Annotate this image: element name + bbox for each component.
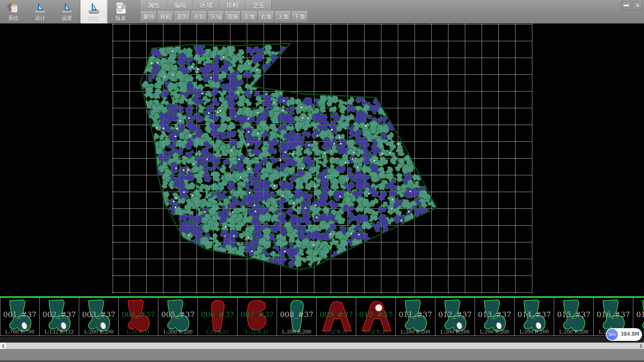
scroll-left-button[interactable]: ❮: [0, 343, 6, 349]
piece-thumbnail-014_#37[interactable]: 014_#37 L:200 R:200: [515, 297, 554, 336]
tool-button-2[interactable]: 相机: [158, 11, 174, 22]
minimize-icon: [624, 5, 629, 6]
scroll-right-button[interactable]: ❯: [638, 343, 644, 349]
piece-shape: [198, 298, 237, 336]
tool-button-5[interactable]: 区域: [208, 11, 224, 22]
piece-thumbnail-004_#37[interactable]: 004_#37 L:31 R:31: [119, 297, 158, 336]
piece-thumbnail-005_#37[interactable]: 005_#37 L:200 R:200: [158, 297, 198, 336]
tool-button-1[interactable]: 聚排: [141, 11, 157, 22]
piece-thumbnail-003_#37[interactable]: 003_#37 L:200 R:200: [79, 297, 119, 336]
tool-button-3[interactable]: 选割: [174, 11, 191, 22]
piece-thumbnail-strip: 001_#37 L:700 R:700 002_#37 L:132 R:132 …: [0, 296, 644, 337]
app-button-2[interactable]: 设计: [27, 0, 54, 23]
piece-shape: [40, 298, 78, 336]
menu-tabs: 属性编辑区域排料交互: [141, 0, 309, 10]
ruler-triangle-icon: [87, 1, 101, 15]
scroll-left-icon: ❮: [2, 344, 5, 348]
piece-thumbnail-012_#37[interactable]: 012_#37 L:200 R:200: [435, 297, 475, 336]
app-label: 设置: [62, 15, 72, 21]
piece-shape: [515, 298, 553, 336]
piece-shape: [435, 298, 474, 336]
piece-thumbnail-list: 001_#37 L:700 R:700 002_#37 L:132 R:132 …: [0, 297, 644, 337]
tool-button-8[interactable]: 右靠: [258, 11, 274, 22]
piece-thumbnail-001_#37[interactable]: 001_#37 L:700 R:700: [0, 297, 40, 336]
window-controls: ✕: [621, 1, 643, 10]
menu-tab-2[interactable]: 编辑: [167, 0, 193, 10]
status-pill[interactable]: 38% 384.8M: [606, 328, 642, 341]
ruler-triangle-icon: [33, 1, 47, 15]
progress-circle: 38%: [606, 329, 618, 340]
memory-size: 384.8M: [621, 331, 639, 337]
nesting-canvas[interactable]: [0, 23, 644, 296]
piece-shape: [237, 298, 276, 336]
menu-tab-3[interactable]: 区域: [193, 0, 219, 10]
app-label: 设计: [35, 15, 46, 21]
minimize-button[interactable]: [621, 1, 631, 10]
piece-shape: [356, 298, 395, 336]
tool-buttons: 聚排相机选割全割区域瑕疵左靠右靠上靠下靠: [141, 11, 309, 23]
scroll-right-icon: ❯: [639, 344, 642, 348]
piece-thumbnail-013_#37[interactable]: 013_#37 L:200 R:200: [475, 297, 515, 336]
bottom-bar: [0, 349, 644, 362]
app-switcher: 系统 设计 设置 排版 报表: [0, 0, 134, 23]
piece-shape: [0, 298, 39, 336]
tool-button-10[interactable]: 下靠: [292, 11, 308, 22]
close-button[interactable]: ✕: [633, 1, 643, 10]
piece-shape: [158, 298, 197, 336]
piece-shape: [554, 298, 593, 336]
app-button-3[interactable]: 设置: [54, 0, 80, 23]
nesting-app-window: 系统 设计 设置 排版 报表 属性编辑区域排料交互 聚排相机选割全割区: [0, 0, 644, 362]
nesting-canvas-svg: [0, 23, 644, 296]
menu-area: 属性编辑区域排料交互 聚排相机选割全割区域瑕疵左靠右靠上靠下靠: [141, 0, 309, 23]
gear-notebook-icon: [6, 1, 20, 15]
tool-button-4[interactable]: 全割: [191, 11, 207, 22]
tool-button-7[interactable]: 左靠: [241, 11, 258, 22]
app-button-1[interactable]: 系统: [0, 0, 27, 23]
piece-thumbnail-011_#37[interactable]: 011_#37 L:200 R:200: [396, 297, 435, 336]
tool-button-6[interactable]: 瑕疵: [225, 11, 241, 22]
piece-shape: [79, 298, 118, 336]
piece-thumbnail-009_#37[interactable]: 009_#37 L:32 R:31: [317, 297, 356, 336]
horizontal-scrollbar[interactable]: ❮ ❯: [0, 343, 644, 349]
piece-thumbnail-008_#37[interactable]: 008_#37 L:200 R:200: [277, 297, 317, 336]
app-label: 系统: [8, 15, 19, 21]
menu-tab-1[interactable]: 属性: [141, 0, 167, 10]
piece-thumbnail-002_#37[interactable]: 002_#37 L:132 R:132: [40, 297, 79, 336]
toolbar: 系统 设计 设置 排版 报表 属性编辑区域排料交互 聚排相机选割全割区: [0, 0, 644, 23]
app-button-4[interactable]: 排版: [80, 0, 107, 23]
app-label: 排版: [89, 15, 99, 21]
piece-shape: [396, 298, 435, 336]
ruler-triangle-icon: [60, 1, 74, 15]
piece-shape: [277, 298, 316, 336]
bottom-edge: [0, 360, 644, 362]
close-icon: ✕: [635, 2, 640, 9]
piece-shape: [317, 298, 356, 336]
piece-thumbnail-015_#37[interactable]: 015_#37 L:200 R:200: [554, 297, 594, 336]
progress-percent: 38%: [608, 333, 616, 337]
piece-shape: [119, 298, 158, 336]
piece-thumbnail-007_#37[interactable]: 007_#37 L:31 R:31: [237, 297, 277, 336]
app-label: 报表: [115, 15, 126, 21]
tool-button-9[interactable]: 上靠: [275, 11, 291, 22]
report-doc-icon: [114, 1, 128, 15]
menu-tab-5[interactable]: 交互: [246, 0, 272, 10]
menu-tab-4[interactable]: 排料: [219, 0, 246, 10]
piece-shape: [475, 298, 514, 336]
piece-thumbnail-006_#37[interactable]: 006_#37 L:21 R:21: [198, 297, 237, 336]
piece-thumbnail-010_#37[interactable]: 010_#37 L:33 R:33: [356, 297, 396, 336]
app-button-5[interactable]: 报表: [107, 0, 134, 23]
